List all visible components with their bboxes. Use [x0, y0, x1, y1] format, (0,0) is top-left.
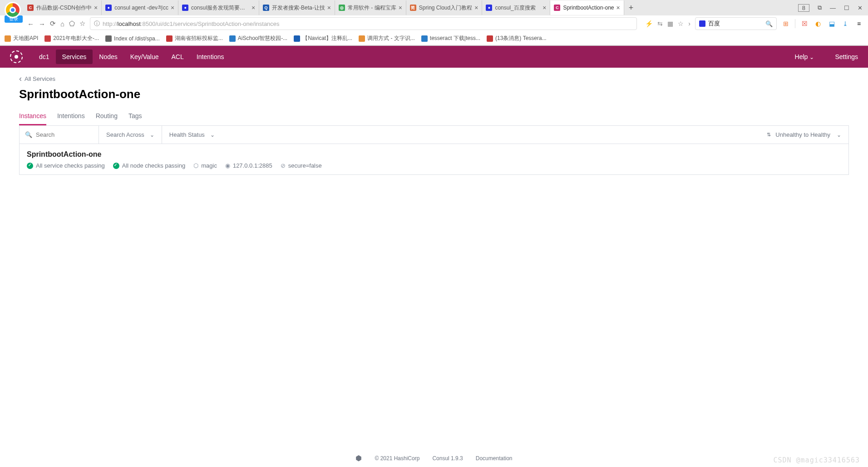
chevron-icon[interactable]: › [688, 20, 690, 27]
browser-tab[interactable]: Q开发者搜索-Beta-让技× [259, 0, 335, 15]
new-tab-button[interactable]: + [624, 3, 638, 13]
bookmark-label: 2021年电影大全-... [53, 35, 99, 42]
share-icon[interactable]: ⇆ [657, 20, 663, 27]
page-title: SprintbootAction-one [19, 87, 849, 101]
tab-title: consul服务发现简要介绍 [191, 4, 249, 12]
health-status-filter[interactable]: Health Status [162, 126, 222, 144]
tab-intentions[interactable]: Intentions [57, 108, 85, 125]
sub-tabs: InstancesIntentionsRoutingTags [19, 108, 849, 126]
instance-address: ◉ 127.0.0.1:2885 [225, 162, 272, 169]
browser-chrome: 登录 C作品数据-CSDN创作中×●consul agent -dev与cc×●… [0, 0, 868, 46]
reload-button[interactable]: ⟳ [50, 20, 56, 28]
tab-tags[interactable]: Tags [128, 108, 142, 125]
breadcrumb[interactable]: All Services [19, 74, 849, 84]
search-input[interactable] [36, 131, 93, 138]
nav-services[interactable]: Services [56, 50, 93, 64]
search-box[interactable]: 🔍 [20, 126, 99, 144]
close-window-button[interactable]: ✕ [858, 5, 863, 11]
maximize-button[interactable]: ☐ [844, 5, 849, 11]
nav-intentions[interactable]: Intentions [190, 50, 231, 64]
close-tab-icon[interactable]: × [616, 4, 620, 11]
browser-tab[interactable]: CSprintbootAction-one× [550, 0, 624, 15]
bookmark-label: 【Navicat】注释乱... [302, 35, 352, 42]
bookmark-item[interactable]: 2021年电影大全-... [44, 35, 99, 42]
url-host: localhost [118, 20, 141, 27]
browser-tab[interactable]: ●consul agent -dev与cc× [102, 0, 178, 15]
nav-key-value[interactable]: Key/Value [124, 50, 165, 64]
url-protocol: http:// [103, 20, 118, 27]
bookmark-favicon [421, 35, 428, 42]
tab-title: Spring Cloud入门教程 [419, 4, 472, 12]
bookmark-item[interactable]: 调用方式 - 文字识... [359, 35, 415, 42]
back-button[interactable]: ← [27, 20, 34, 28]
browser-tab[interactable]: ●consul_百度搜索× [482, 0, 550, 15]
instance-name: SprintbootAction-one [27, 150, 841, 159]
favicon: ◎ [339, 5, 345, 11]
ext-icon-3[interactable]: ⬓ [827, 19, 836, 28]
close-tab-icon[interactable]: × [542, 4, 546, 11]
close-tab-icon[interactable]: × [474, 4, 478, 11]
close-tab-icon[interactable]: × [171, 4, 174, 11]
bookmark-favicon [294, 35, 300, 42]
favicon: Q [263, 5, 269, 11]
url-input[interactable]: ⓘ http://localhost:8500/ui/dc1/services/… [90, 17, 637, 30]
ext-icon-2[interactable]: ◐ [814, 19, 823, 28]
browser-tab[interactable]: C作品数据-CSDN创作中× [24, 0, 102, 15]
baidu-icon [699, 20, 705, 27]
consul-header: dc1 ServicesNodesKey/ValueACLIntentions … [0, 46, 868, 68]
grid-apps-icon[interactable]: ⊞ [781, 19, 790, 28]
ext-icon-1[interactable]: ☒ [800, 19, 809, 28]
bookmark-item[interactable]: AiSchool智慧校园-... [229, 35, 287, 42]
bookmark-favicon [166, 35, 173, 42]
bookmark-item[interactable]: 【Navicat】注释乱... [294, 35, 352, 42]
close-tab-icon[interactable]: × [252, 4, 255, 11]
menu-button[interactable]: ≡ [854, 19, 863, 28]
star-icon[interactable]: ☆ [678, 20, 684, 27]
bookmark-item[interactable]: Index of /dist/spa... [105, 35, 160, 42]
forward-button[interactable]: → [39, 20, 45, 28]
close-tab-icon[interactable]: × [327, 4, 331, 11]
close-tab-icon[interactable]: × [94, 4, 98, 11]
help-menu[interactable]: Help [789, 50, 821, 64]
home-button[interactable]: ⌂ [60, 20, 64, 28]
datacenter-selector[interactable]: dc1 [33, 50, 56, 64]
bookmark-label: 调用方式 - 文字识... [367, 35, 415, 42]
bookmark-label: Index of /dist/spa... [114, 35, 160, 42]
nav-acl[interactable]: ACL [165, 50, 190, 64]
search-engine-box[interactable]: 百度 🔍 [695, 17, 777, 30]
tab-count-badge[interactable]: 8 [798, 4, 809, 12]
bookmark-item[interactable]: 湖南省招标投标监... [166, 35, 223, 42]
instance-tag: ⊘ secure=false [281, 162, 322, 169]
tab-instances[interactable]: Instances [19, 108, 46, 125]
settings-link[interactable]: Settings [829, 50, 858, 64]
bookmark-item[interactable]: (13条消息) Tessera... [487, 35, 547, 42]
browser-tab[interactable]: 简Spring Cloud入门教程× [406, 0, 483, 15]
nav-nodes[interactable]: Nodes [93, 50, 123, 64]
extensions-icon[interactable]: ⧉ [818, 4, 822, 11]
node-name: ⬡ magic [193, 162, 217, 169]
browser-tab[interactable]: ◎常用软件 - 编程宝库× [335, 0, 406, 15]
tab-title: SprintbootAction-one [563, 5, 614, 11]
bookmark-star-icon[interactable]: ☆ [79, 20, 85, 28]
qr-icon[interactable]: ▦ [667, 20, 673, 27]
check-icon [113, 163, 119, 169]
browser-tab[interactable]: ●consul服务发现简要介绍× [178, 0, 259, 15]
bookmark-favicon [359, 35, 365, 42]
favicon: ● [182, 5, 188, 11]
sort-button[interactable]: ⇅ Unhealthy to Healthy [760, 131, 848, 138]
hexagon-icon: ⬡ [193, 162, 198, 169]
close-tab-icon[interactable]: × [399, 4, 402, 11]
flash-icon[interactable]: ⚡ [645, 20, 653, 27]
ext-icon-4[interactable]: ⤓ [841, 19, 850, 28]
bookmark-item[interactable]: tesseract 下载|tess... [421, 35, 480, 42]
bookmark-item[interactable]: 天地图API [5, 35, 38, 42]
consul-logo-icon[interactable] [10, 50, 23, 63]
search-icon: 🔍 [25, 131, 32, 138]
instance-card[interactable]: SprintbootAction-one All service checks … [19, 144, 849, 175]
node-checks-status: All node checks passing [113, 162, 185, 169]
tab-routing[interactable]: Routing [96, 108, 118, 125]
shield-icon[interactable]: ⬠ [69, 20, 75, 28]
minimize-button[interactable]: — [830, 5, 836, 11]
search-across-filter[interactable]: Search Across [99, 126, 162, 144]
favicon: C [554, 5, 560, 11]
